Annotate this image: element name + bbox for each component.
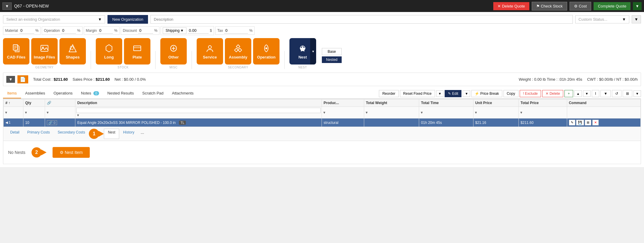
complete-quote-arrow-button[interactable]: ▼ <box>633 2 642 10</box>
nested-button[interactable]: Nested <box>322 56 342 63</box>
cad-files-button[interactable]: CAD Files <box>3 38 29 64</box>
tab-operations[interactable]: Operations <box>49 88 77 98</box>
tl-badge: TL <box>179 121 186 125</box>
shipping-dropdown-button[interactable]: Shipping ▼ <box>163 27 186 34</box>
long-button[interactable]: Long <box>96 38 122 64</box>
delete-button[interactable]: ✕ Delete <box>542 90 563 97</box>
col-produc: Produc... <box>322 99 364 107</box>
delete-quote-button[interactable]: ✕ Delete Quote <box>493 2 529 10</box>
more-button[interactable]: ▼ <box>633 90 641 97</box>
no-nests-area: No Nests 2 ⚙ Nest Item <box>3 141 641 164</box>
discount-input[interactable] <box>138 28 153 34</box>
check-stock-button[interactable]: ⚑ Check Stock <box>532 2 567 10</box>
menu-dropdown-btn[interactable]: ▼ <box>2 2 12 10</box>
row-edit-button[interactable]: ✎ <box>569 120 575 125</box>
plate-button[interactable]: Plate <box>124 38 150 64</box>
org-row: Select an existing Organization ▼ New Or… <box>3 15 641 24</box>
custom-status-arrow-button[interactable]: ▼ <box>632 15 641 23</box>
filter-qty-icon[interactable]: ▼ <box>24 111 28 114</box>
filter-row: ▼ ▼ ▼ ▼ ▼ ▼ ▼ ▼ ▼ <box>4 107 641 118</box>
complete-quote-button[interactable]: Complete Quote <box>594 2 630 10</box>
shipping-input[interactable] <box>188 28 209 34</box>
org-select[interactable]: Select an existing Organization ▼ <box>3 15 105 23</box>
filter-weight-icon[interactable]: ▼ <box>365 111 368 114</box>
exclude-button[interactable]: ! Exclude <box>520 90 541 97</box>
col-total-time: Total Time <box>419 99 473 107</box>
material-input[interactable] <box>19 28 34 34</box>
shapes-button[interactable]: Shapes <box>59 38 86 64</box>
reorder-button[interactable]: Reorder <box>379 90 398 97</box>
assembly-button[interactable]: Assembly <box>225 38 251 64</box>
image-files-button[interactable]: Image Files <box>31 38 58 64</box>
add-down[interactable]: ▼ <box>583 90 591 97</box>
filter-num-icon[interactable]: ▼ <box>5 111 8 114</box>
sub-tab-more[interactable]: ... <box>138 129 147 139</box>
copy-button[interactable]: Copy <box>503 90 519 97</box>
filter-unit-price-icon[interactable]: ▼ <box>474 111 478 114</box>
sub-tab-primary-costs[interactable]: Primary Costs <box>23 129 54 139</box>
chevron-down-icon: ▼ <box>98 17 102 22</box>
tab-nested-results[interactable]: Nested Results <box>103 88 138 98</box>
sub-tab-detail[interactable]: Detail <box>6 129 23 139</box>
col-total-price: Total Price <box>519 99 567 107</box>
tab-actions: Reorder Reset Fixed Price ▼ ✎ Edit ▼ ⚡ P… <box>379 90 641 97</box>
sub-tab-nest[interactable]: Nest <box>104 129 119 139</box>
nest-group-label: NEST <box>298 66 307 69</box>
sub-tab-secondary-costs[interactable]: Secondary Costs <box>54 129 89 139</box>
callout2-tail <box>41 149 47 155</box>
other-button[interactable]: Other <box>160 38 187 64</box>
material-unit: % <box>35 28 39 33</box>
weight-value: Weight : 0.00 lb Time : :01h 20m 45s <box>519 77 582 82</box>
reset-fixed-price-arrow[interactable]: ▼ <box>436 90 444 97</box>
tab-notes[interactable]: Notes 0 <box>77 88 103 98</box>
material-label: Material <box>5 28 18 33</box>
cost-button[interactable]: ⚙ Cost <box>570 2 591 10</box>
operation-field-group: Operation % <box>42 26 82 35</box>
row-save-button[interactable]: 💾 <box>576 120 584 125</box>
add-up[interactable]: ▲ <box>574 90 582 97</box>
row-collapse-icon: ◀ 1 <box>4 118 23 127</box>
tax-field-group: Tax % <box>215 26 255 35</box>
misc-group: Other MISC <box>160 38 187 69</box>
table-row[interactable]: ◀ 1 10 🔗 0 Equal Angle 20x20x3xSS 304 MI… <box>4 118 641 127</box>
operation-button[interactable]: Operation <box>253 38 280 64</box>
tab-scratch-pad[interactable]: Scratch Pad <box>138 88 168 98</box>
filter-produc-icon[interactable]: ▼ <box>323 111 326 114</box>
refresh-button[interactable]: ↺ <box>612 90 621 97</box>
add-button[interactable]: + <box>564 90 573 97</box>
reset-fixed-price-button[interactable]: Reset Fixed Price <box>400 90 435 97</box>
operation-input[interactable] <box>61 28 76 34</box>
summary-collapse-button[interactable]: ▼ <box>6 76 15 83</box>
filter-time-icon[interactable]: ▼ <box>420 111 423 114</box>
svg-point-14 <box>208 46 211 49</box>
file-icon-button[interactable]: 📄 <box>17 75 28 83</box>
new-org-button[interactable]: New Organization <box>107 15 148 24</box>
row-total-price: $211.60 <box>519 118 567 127</box>
filter-link-icon[interactable]: ▼ <box>46 111 49 114</box>
filter-total-price-icon[interactable]: ▼ <box>520 111 523 114</box>
filter-description-icon[interactable]: ▼ <box>76 113 80 117</box>
tab-assemblies[interactable]: Assemblies <box>21 88 49 98</box>
nest-item-button[interactable]: ⚙ Nest Item <box>53 147 90 158</box>
base-button[interactable]: Base <box>322 48 342 55</box>
margin-input[interactable] <box>98 28 113 34</box>
sub-tab-history[interactable]: History <box>119 129 138 139</box>
price-break-button[interactable]: ⚡ Price Break <box>471 90 502 97</box>
row-link: 🔗 0 <box>45 118 75 127</box>
tax-input[interactable] <box>224 28 248 34</box>
nest-dropdown-arrow-button[interactable]: ▼ <box>310 38 316 64</box>
row-delete-button[interactable]: ✕ <box>592 120 599 125</box>
tab-items[interactable]: Items <box>3 88 21 98</box>
row-copy-button[interactable]: ⊞ <box>585 120 591 125</box>
filter-toggle-button[interactable]: ▼ <box>600 90 611 97</box>
filter-description-input[interactable] <box>76 108 320 113</box>
i-button[interactable]: I <box>592 90 599 97</box>
edit-arrow[interactable]: ▼ <box>463 90 470 97</box>
tab-attachments[interactable]: Attachments <box>168 88 198 98</box>
table-header-row: # ↑ Qty 🔗 Description Produc... Total We… <box>4 99 641 107</box>
grid-button[interactable]: ⊞ <box>623 90 632 97</box>
edit-button[interactable]: ✎ Edit <box>445 90 461 97</box>
description-input[interactable] <box>150 15 573 24</box>
service-button[interactable]: Service <box>197 38 223 64</box>
custom-status-select[interactable]: Custom Status... ▼ <box>575 15 629 23</box>
